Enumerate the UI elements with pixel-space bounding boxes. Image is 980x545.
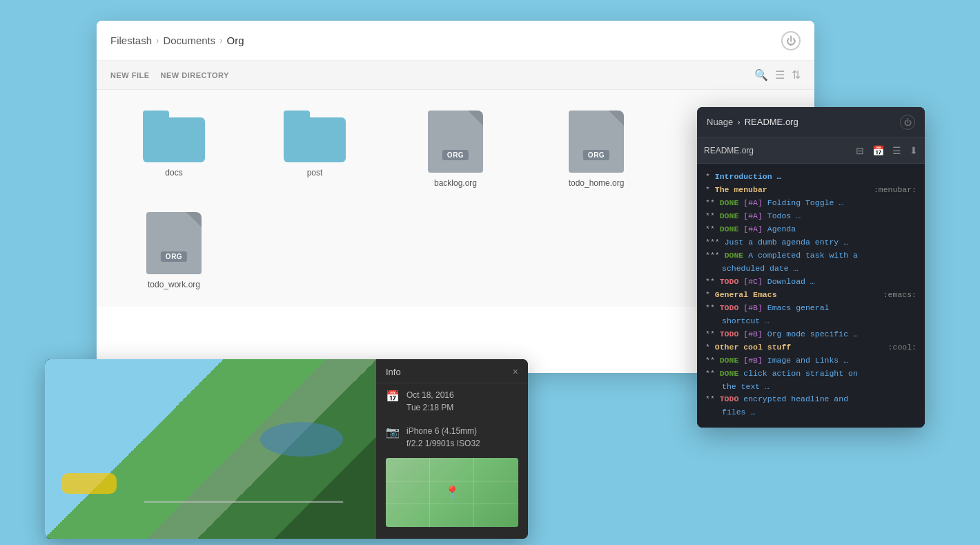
readme-toolbar-icons: ⊟ 📅 ☰ ⬇ — [856, 145, 918, 156]
readme-breadcrumb: Nuage › README.org — [707, 117, 798, 127]
date-line2: Tue 2:18 PM — [406, 401, 454, 414]
org-line: ** DONE [#A] Agenda — [705, 223, 917, 236]
readme-content: * Introduction … * The menubar:menubar: … — [697, 164, 925, 428]
breadcrumb-parent[interactable]: Documents — [163, 35, 215, 46]
readme-toolbar: README.org ⊟ 📅 ☰ ⬇ — [697, 137, 925, 164]
folder-icon — [143, 111, 205, 162]
org-line: ** TODO [#B] Emacs general — [705, 302, 917, 315]
org-line: ** TODO [#C] Download … — [705, 276, 917, 289]
camera-info: iPhone 6 (4.15mm) f/2.2 1/9901s ISO32 — [406, 425, 480, 450]
toolbar-right: 🔍 ☰ ⇅ — [754, 68, 801, 82]
org-line: *** Just a dumb agenda entry … — [705, 236, 917, 249]
readme-breadcrumb-root[interactable]: Nuage — [707, 117, 733, 127]
breadcrumb-current: Org — [227, 35, 244, 46]
photo-road — [144, 501, 344, 503]
info-header: Info × — [376, 359, 528, 383]
file-name: backlog.org — [434, 178, 477, 188]
breadcrumb: Filestash › Documents › Org — [110, 35, 244, 46]
org-line: ** DONE click action straight on — [705, 367, 917, 381]
org-line: * Other cool stuff:cool: — [705, 341, 917, 354]
camera-line2: f/2.2 1/9901s ISO32 — [406, 437, 480, 450]
photo-panel — [45, 359, 376, 539]
date-line1: Oct 18, 2016 — [406, 389, 454, 401]
breadcrumb-root[interactable]: Filestash — [110, 35, 152, 46]
file-item[interactable]: ORG backlog.org — [385, 97, 526, 198]
org-line: shortcut … — [705, 315, 917, 328]
org-file-icon: ORG — [569, 111, 624, 173]
readme-content-wrapper[interactable]: * Introduction … * The menubar:menubar: … — [697, 164, 925, 428]
map-grid-v2 — [473, 458, 474, 527]
calendar-icon: 📅 — [386, 390, 400, 403]
org-line: ** TODO [#B] Org mode specific … — [705, 328, 917, 341]
readme-header: Nuage › README.org ⏻ — [697, 107, 925, 137]
readme-filename: README.org — [704, 146, 754, 155]
map-pin: 📍 — [444, 485, 460, 500]
org-line: ** TODO encrypted headline and — [705, 393, 917, 406]
download-icon[interactable]: ⬇ — [910, 145, 918, 156]
org-line: files … — [705, 406, 917, 419]
org-line: * The menubar:menubar: — [705, 184, 917, 197]
org-line: ** DONE [#A] Todos … — [705, 210, 917, 223]
org-line: ** DONE [#A] Folding Toggle … — [705, 197, 917, 210]
breadcrumb-sep2: › — [219, 35, 222, 46]
new-directory-button[interactable]: NEW DIRECTORY — [161, 71, 229, 79]
search-icon[interactable]: 🔍 — [754, 68, 768, 82]
readme-panel: Nuage › README.org ⏻ README.org ⊟ 📅 ☰ ⬇ … — [697, 107, 925, 428]
camera-icon: 📷 — [386, 426, 400, 439]
org-file-icon: ORG — [146, 212, 202, 274]
readme-breadcrumb-file: README.org — [745, 117, 798, 127]
folder-icon — [284, 111, 346, 162]
date-info: Oct 18, 2016 Tue 2:18 PM — [406, 389, 454, 414]
file-item[interactable]: ORG todo_home.org — [526, 97, 667, 198]
org-line: * General Emacs:emacs: — [705, 289, 917, 302]
list-icon[interactable]: ☰ — [892, 145, 901, 156]
photo-water — [260, 422, 343, 457]
org-line: scheduled date … — [705, 262, 917, 276]
toolbar: NEW FILE NEW DIRECTORY 🔍 ☰ ⇅ — [97, 61, 814, 90]
file-name: todo_work.org — [148, 280, 200, 289]
photo-flowers — [61, 473, 117, 494]
file-item[interactable]: docs — [104, 97, 244, 198]
list-view-icon[interactable]: ☰ — [775, 68, 785, 82]
photo-image — [45, 359, 376, 539]
main-header: Filestash › Documents › Org ⏻ — [97, 21, 814, 61]
readme-breadcrumb-sep: › — [737, 117, 740, 127]
map-grid-h1 — [386, 481, 518, 481]
info-title: Info — [386, 367, 401, 377]
camera-line1: iPhone 6 (4.15mm) — [406, 425, 480, 437]
breadcrumb-sep1: › — [156, 35, 159, 46]
info-date-row: 📅 Oct 18, 2016 Tue 2:18 PM — [376, 383, 528, 419]
map-grid-v1 — [429, 458, 430, 527]
power-button[interactable]: ⏻ — [781, 31, 801, 50]
photo-window: Info × 📅 Oct 18, 2016 Tue 2:18 PM 📷 iPho… — [45, 359, 528, 539]
info-panel: Info × 📅 Oct 18, 2016 Tue 2:18 PM 📷 iPho… — [376, 359, 528, 539]
file-item[interactable]: post — [244, 97, 385, 198]
map-thumbnail[interactable]: 📍 — [386, 458, 518, 527]
file-item[interactable]: ORG todo_work.org — [104, 198, 244, 300]
info-camera-row: 📷 iPhone 6 (4.15mm) f/2.2 1/9901s ISO32 — [376, 419, 528, 455]
file-name: post — [307, 168, 323, 178]
map-grid-h2 — [386, 504, 518, 504]
close-button[interactable]: × — [513, 366, 518, 377]
org-line: ** DONE [#B] Image and Links … — [705, 354, 917, 367]
readme-power-button[interactable]: ⏻ — [900, 115, 915, 130]
calendar-icon[interactable]: 📅 — [872, 145, 884, 156]
org-line: *** DONE A completed task with a — [705, 249, 917, 262]
org-file-icon: ORG — [428, 111, 483, 173]
new-file-button[interactable]: NEW FILE — [110, 71, 150, 79]
sort-icon[interactable]: ⇅ — [792, 68, 801, 82]
filter-icon[interactable]: ⊟ — [856, 145, 864, 156]
org-line: the text … — [705, 381, 917, 394]
file-name: docs — [165, 168, 182, 178]
org-line: * Introduction … — [705, 171, 917, 184]
file-name: todo_home.org — [569, 178, 625, 188]
